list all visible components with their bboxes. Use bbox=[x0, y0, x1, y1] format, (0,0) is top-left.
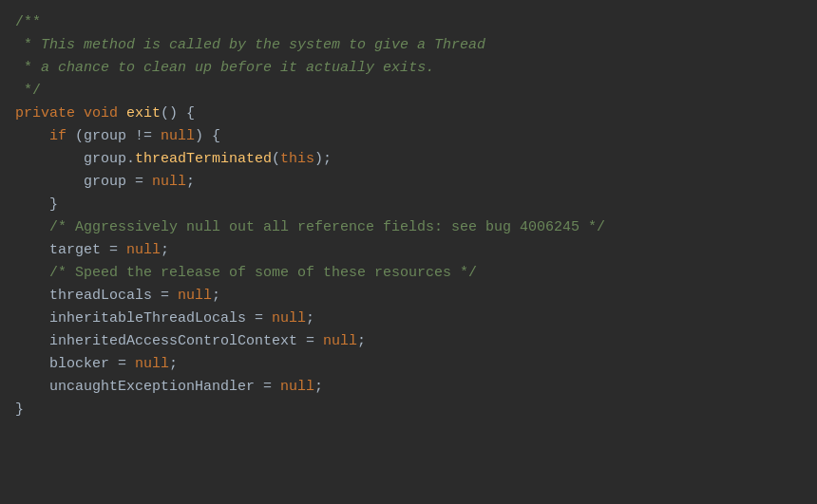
code-token: to bbox=[118, 60, 135, 76]
code-editor: /** * This method is called by the syste… bbox=[0, 0, 817, 504]
code-token: void bbox=[84, 105, 118, 121]
code-token: clean up before it actually exits. bbox=[135, 60, 434, 76]
code-token: ); bbox=[314, 151, 332, 167]
code-token bbox=[109, 60, 118, 76]
code-line: } bbox=[15, 399, 802, 421]
code-token: ; bbox=[169, 356, 178, 372]
code-token: inheritableThreadLocals = bbox=[15, 310, 272, 327]
code-token: null bbox=[135, 356, 169, 372]
code-token bbox=[15, 128, 49, 144]
code-token: ; bbox=[186, 174, 195, 190]
code-line: /** bbox=[15, 11, 802, 34]
code-token: chance bbox=[58, 60, 109, 76]
code-token: threadTerminated bbox=[135, 151, 272, 167]
code-line: /* Speed the release of some of these re… bbox=[15, 262, 802, 285]
code-token: } bbox=[15, 196, 58, 213]
code-token: threadLocals = bbox=[15, 288, 178, 304]
code-line: blocker = null; bbox=[15, 353, 802, 376]
code-token: /** bbox=[15, 14, 41, 30]
code-token: null bbox=[178, 288, 212, 304]
code-token: */ bbox=[15, 83, 41, 99]
code-line: threadLocals = null; bbox=[15, 285, 802, 308]
code-line: */ bbox=[15, 80, 802, 103]
code-token: /* Aggressively null out all bbox=[15, 219, 297, 235]
code-token: (group != bbox=[66, 128, 161, 144]
code-token: null bbox=[280, 379, 314, 395]
code-line: /* Aggressively null out all reference f… bbox=[15, 216, 802, 239]
code-line: * This method is called by the system to… bbox=[15, 34, 802, 57]
code-token: ; bbox=[314, 379, 323, 395]
code-line: inheritableThreadLocals = null; bbox=[15, 308, 802, 330]
code-line: inheritedAccessControlContext = null; bbox=[15, 330, 802, 353]
code-token: blocker = bbox=[15, 356, 135, 372]
code-line: private void exit() { bbox=[15, 103, 802, 125]
code-line: target = null; bbox=[15, 239, 802, 262]
code-token: if bbox=[49, 128, 66, 144]
code-token: fields: see bug 4006245 */ bbox=[374, 219, 605, 235]
code-line: group.threadTerminated(this); bbox=[15, 148, 802, 171]
code-token: null bbox=[161, 128, 195, 144]
code-token: reference bbox=[297, 219, 374, 235]
code-token: ( bbox=[272, 151, 280, 167]
code-token: null bbox=[323, 333, 357, 349]
code-token: ; bbox=[212, 288, 220, 304]
code-token: /* Speed the release of some of these re… bbox=[15, 265, 477, 281]
code-token bbox=[75, 105, 84, 121]
code-token: null bbox=[126, 242, 161, 258]
code-token: Thread bbox=[434, 37, 485, 53]
code-token: ; bbox=[306, 310, 314, 327]
code-token: inheritedAccessControlContext = bbox=[15, 333, 323, 349]
code-token: ) { bbox=[195, 128, 220, 144]
code-token: this bbox=[280, 151, 314, 167]
code-line: group = null; bbox=[15, 171, 802, 194]
code-token: ; bbox=[357, 333, 366, 349]
code-token: target = bbox=[15, 242, 126, 258]
code-line: if (group != null) { bbox=[15, 125, 802, 148]
code-token: group. bbox=[15, 151, 135, 167]
code-token bbox=[118, 105, 126, 121]
code-token: exit bbox=[126, 105, 161, 121]
code-token: This method is called by the system to g… bbox=[41, 37, 434, 53]
code-token: () { bbox=[161, 105, 195, 121]
code-token: null bbox=[152, 174, 186, 190]
code-line: uncaughtExceptionHandler = null; bbox=[15, 376, 802, 399]
code-token: } bbox=[15, 401, 24, 418]
code-token: * bbox=[15, 60, 41, 76]
code-token: ; bbox=[161, 242, 169, 258]
code-token: null bbox=[272, 310, 306, 327]
code-line: } bbox=[15, 194, 802, 216]
code-token: uncaughtExceptionHandler = bbox=[15, 379, 280, 395]
code-token: private bbox=[15, 105, 75, 121]
code-line: * a chance to clean up before it actuall… bbox=[15, 57, 802, 80]
code-token: * bbox=[15, 37, 41, 53]
code-token: group = bbox=[15, 174, 152, 190]
code-token: a bbox=[41, 60, 58, 76]
